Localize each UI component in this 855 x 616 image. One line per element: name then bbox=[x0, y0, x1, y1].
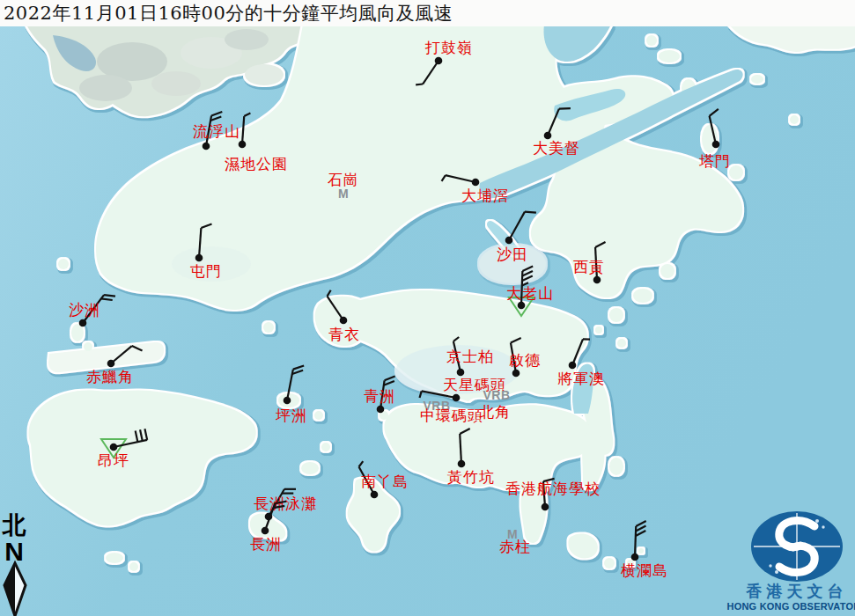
station-label: 中環碼頭 bbox=[420, 407, 483, 424]
station-label: 大老山 bbox=[506, 284, 554, 302]
station-dot bbox=[569, 362, 577, 370]
title-bar: 2022年11月01日16時00分的十分鐘平均風向及風速 bbox=[0, 0, 855, 26]
station-label: 屯門 bbox=[190, 262, 222, 280]
station-label: 昂坪 bbox=[98, 451, 129, 469]
station-label: 長洲泳灘 bbox=[254, 495, 317, 512]
station-marker: VRB北角 bbox=[479, 388, 511, 421]
station-dot bbox=[284, 397, 291, 405]
station-label: 南丫島 bbox=[361, 473, 409, 490]
station-label: 濕地公園 bbox=[225, 155, 288, 172]
station-label: 將軍澳 bbox=[557, 370, 605, 387]
station-dot bbox=[262, 527, 269, 535]
station-label: 坪洲 bbox=[276, 407, 307, 424]
station-label: 青洲 bbox=[364, 387, 395, 405]
station-dot bbox=[518, 302, 526, 310]
station-dot bbox=[107, 360, 115, 368]
station-dot bbox=[371, 491, 379, 499]
station-dot bbox=[512, 370, 520, 378]
station-label: 塔門 bbox=[698, 152, 731, 170]
station-dot bbox=[458, 460, 466, 468]
map-title: 2022年11月01日16時00分的十分鐘平均風向及風速 bbox=[0, 1, 453, 26]
station-label: 北角 bbox=[479, 403, 511, 421]
station-label: 石崗 bbox=[328, 171, 359, 188]
wind-barb-tick bbox=[416, 84, 423, 85]
station-dot bbox=[712, 141, 720, 149]
station-dot bbox=[203, 143, 210, 150]
station-label: 黃竹坑 bbox=[447, 468, 495, 486]
station-dot bbox=[593, 276, 601, 284]
station-dot bbox=[631, 554, 639, 561]
map-canvas: 打鼓嶺流浮山濕地公園M石崗大埔滘大美督塔門沙田西貢大老山屯門沙洲青衣赤鱲角昂坪坪… bbox=[0, 0, 855, 616]
station-label: 赤柱 bbox=[499, 538, 531, 555]
station-dot bbox=[472, 179, 480, 187]
station-dot bbox=[110, 444, 118, 451]
compass-north-chinese: 北 bbox=[2, 511, 26, 539]
station-label: 啟德 bbox=[509, 351, 541, 369]
station-dot bbox=[544, 132, 552, 140]
hko-logo-english: HONG KONG OBSERVATORY bbox=[727, 601, 855, 612]
station-status-text: M bbox=[338, 187, 349, 201]
station-dot bbox=[377, 406, 385, 414]
station-label: 大美督 bbox=[533, 139, 580, 157]
station-dot bbox=[195, 254, 203, 262]
station-dot bbox=[542, 503, 549, 511]
wind-map-screen: 2022年11月01日16時00分的十分鐘平均風向及風速 bbox=[0, 0, 855, 616]
station-label: 大埔滘 bbox=[461, 187, 509, 204]
station-label: 青衣 bbox=[328, 326, 360, 343]
station-dot bbox=[79, 319, 87, 327]
wind-barb-tick bbox=[525, 212, 536, 213]
hko-logo-chinese: 香港天文台 bbox=[746, 582, 848, 600]
station-label: 京士柏 bbox=[446, 348, 494, 365]
station-label: 長洲 bbox=[250, 535, 282, 553]
station-dot bbox=[435, 57, 443, 65]
station-dot bbox=[453, 394, 461, 402]
station-label: 流浮山 bbox=[193, 122, 240, 140]
compass-north-letter: N bbox=[4, 537, 24, 566]
station-label: 横瀾島 bbox=[621, 561, 668, 579]
station-dot bbox=[505, 237, 513, 245]
station-label: 沙洲 bbox=[69, 301, 100, 319]
station-dot bbox=[457, 369, 465, 377]
station-label: 打鼓嶺 bbox=[424, 39, 473, 56]
station-status-text: VRB bbox=[483, 388, 510, 402]
station-label: 香港航海學校 bbox=[505, 480, 601, 497]
station-dot bbox=[239, 141, 247, 149]
station-label: 西貢 bbox=[573, 258, 605, 275]
station-label: 沙田 bbox=[497, 246, 528, 263]
station-dot bbox=[340, 317, 348, 325]
station-label: 赤鱲角 bbox=[86, 368, 134, 385]
